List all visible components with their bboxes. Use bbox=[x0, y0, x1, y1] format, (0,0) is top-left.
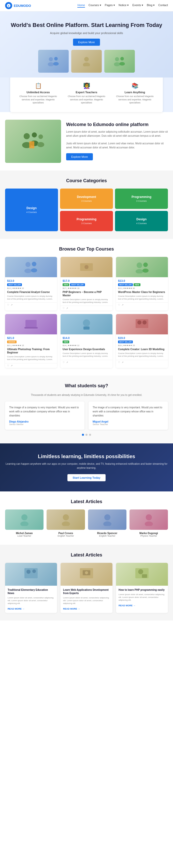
svg-point-28 bbox=[142, 269, 149, 273]
logo[interactable]: E EDUMODO bbox=[5, 2, 31, 9]
top-courses-title: Browse Our Top Courses bbox=[5, 246, 168, 252]
svg-point-42 bbox=[146, 514, 152, 520]
course-icons-0: ♡ ↗ bbox=[7, 304, 13, 306]
course-meta-0: $13 | ★★★★★ 22 bbox=[7, 287, 55, 289]
heart-icon[interactable]: ♡ bbox=[7, 304, 9, 306]
course-badge-1-0: NEW bbox=[63, 283, 69, 286]
svg-point-39 bbox=[62, 521, 70, 526]
category-programming-1[interactable]: Programming 3 Courses bbox=[115, 189, 168, 209]
blog-read-more-0[interactable]: READ MORE → bbox=[8, 608, 25, 610]
category-development[interactable]: Development 3 Courses bbox=[60, 189, 113, 209]
svg-point-37 bbox=[20, 521, 28, 526]
courses-grid: $13.0 BEST SELLER $13 | ★★★★★ 22 Complet… bbox=[5, 257, 168, 368]
testimonial-name-1: Miguel Angel bbox=[93, 420, 164, 423]
course-icons-4: ♡ ↗ bbox=[63, 361, 68, 364]
blog-read-more-2[interactable]: READ MORE → bbox=[119, 604, 136, 607]
cta-banner-button[interactable]: Start Learning Today bbox=[67, 474, 105, 481]
feature-unlimited-access: 📋 Unlimited Access Choose from our accla… bbox=[15, 80, 61, 107]
dot-2[interactable] bbox=[85, 434, 88, 436]
welcome-text: Welcome to Edumodo online platform Lorem… bbox=[66, 122, 168, 160]
course-price-3: $21.0 bbox=[7, 336, 55, 339]
share-icon[interactable]: ↗ bbox=[122, 361, 124, 364]
blog-img-0 bbox=[5, 563, 57, 586]
course-img-3 bbox=[5, 314, 57, 334]
heart-icon[interactable]: ♡ bbox=[63, 307, 65, 309]
svg-point-17 bbox=[37, 142, 44, 147]
svg-point-49 bbox=[85, 571, 88, 574]
svg-point-43 bbox=[145, 521, 153, 526]
nav-blog[interactable]: Blog ▾ bbox=[147, 4, 155, 8]
nav-pages[interactable]: Pages ▾ bbox=[105, 4, 115, 8]
dot-1[interactable] bbox=[82, 434, 84, 436]
teacher-img-1 bbox=[47, 509, 85, 530]
svg-point-36 bbox=[21, 514, 27, 520]
course-badges-2: BEST SELLER NEW bbox=[118, 283, 166, 286]
course-badge-5-0: BEST SELLER bbox=[118, 340, 133, 343]
heart-icon[interactable]: ♡ bbox=[63, 361, 65, 364]
hero-cta-button[interactable]: Explore More bbox=[73, 39, 100, 46]
course-title-3: Ultimate Photoshop Training: From Beginn… bbox=[7, 348, 55, 354]
blog-title-1: Learn Web Applications Development from … bbox=[63, 588, 110, 595]
testimonial-1: The image of a company is very important… bbox=[89, 401, 168, 430]
svg-point-10 bbox=[120, 57, 124, 60]
feature-2-title: Expert Teachers bbox=[66, 91, 107, 94]
svg-point-27 bbox=[143, 262, 148, 267]
share-icon[interactable]: ↗ bbox=[11, 304, 13, 306]
blog-read-more-1[interactable]: READ MORE → bbox=[63, 608, 80, 610]
nav-notice[interactable]: Notice ▾ bbox=[119, 4, 129, 8]
cat-count-3: 3 Courses bbox=[63, 222, 110, 225]
nav-courses[interactable]: Courses ▾ bbox=[89, 4, 101, 8]
hero-image-1 bbox=[38, 50, 69, 73]
course-icons-3: ♡ ↗ bbox=[7, 364, 13, 367]
svg-point-12 bbox=[24, 133, 30, 139]
hero-subtitle: Acquire global knowledge and build your … bbox=[5, 32, 168, 35]
testimonial-text-0: The image of a company is very important… bbox=[9, 406, 80, 418]
testimonial-dots bbox=[5, 434, 168, 436]
course-desc-4: Course Description Lorem ipsum is simply… bbox=[63, 352, 110, 358]
svg-point-5 bbox=[53, 62, 59, 66]
heart-icon[interactable]: ♡ bbox=[118, 304, 120, 306]
blog-section: Latest Articles Traditional Elementary E… bbox=[0, 545, 173, 621]
svg-point-6 bbox=[84, 57, 89, 61]
heart-icon[interactable]: ♡ bbox=[118, 361, 120, 364]
share-icon[interactable]: ↗ bbox=[122, 304, 124, 306]
testimonials-subtitle: Thousands of students are already studyi… bbox=[5, 394, 168, 396]
svg-point-46 bbox=[32, 569, 36, 573]
svg-point-22 bbox=[31, 268, 37, 272]
welcome-cta-button[interactable]: Explore More bbox=[66, 153, 93, 160]
welcome-desc2: Justo elit lorem ipsum dolor sit amet. L… bbox=[66, 142, 168, 150]
category-design-large[interactable]: Design 4 Courses bbox=[5, 189, 58, 231]
course-footer-4: ♡ ↗ bbox=[61, 360, 112, 365]
svg-rect-32 bbox=[83, 327, 90, 330]
feature-learn-anything: 📚 Learn Anything Choose from our acclaim… bbox=[112, 80, 158, 107]
heart-icon[interactable]: ♡ bbox=[7, 364, 9, 367]
teacher-img-2 bbox=[88, 509, 126, 530]
course-badge-2-1: NEW bbox=[134, 283, 140, 286]
svg-point-11 bbox=[119, 62, 125, 66]
nav-events[interactable]: Events ▾ bbox=[132, 4, 143, 8]
category-programming-2[interactable]: Programming 3 Courses bbox=[60, 211, 113, 231]
nav-contact[interactable]: Contact bbox=[158, 4, 168, 8]
svg-point-21 bbox=[32, 262, 36, 266]
feature-1-desc: Choose from our acclaimed Magento servic… bbox=[18, 95, 59, 104]
cat-name-2: Programming bbox=[118, 195, 165, 199]
blog-desc-1: Lorem ipsum dolor sit amet, consectetur … bbox=[63, 596, 110, 605]
share-icon[interactable]: ↗ bbox=[66, 307, 68, 309]
course-badges-5: BEST SELLER bbox=[118, 340, 166, 343]
svg-point-20 bbox=[24, 269, 32, 273]
course-meta-3: $21 | ★★★★★ 15 bbox=[7, 344, 55, 347]
category-design-small[interactable]: Design 4 Courses bbox=[115, 211, 168, 231]
hero-title: World's Best Online Platform. Start Lear… bbox=[5, 22, 168, 29]
dot-3[interactable] bbox=[89, 434, 91, 436]
svg-point-9 bbox=[114, 62, 120, 66]
svg-point-35 bbox=[142, 320, 147, 324]
logo-icon: E bbox=[5, 2, 12, 9]
teacher-role-1: English Teacher bbox=[47, 535, 85, 537]
nav-home[interactable]: Home bbox=[77, 4, 85, 8]
share-icon[interactable]: ↗ bbox=[66, 361, 68, 364]
svg-point-24 bbox=[84, 265, 89, 269]
share-icon[interactable]: ↗ bbox=[11, 364, 13, 367]
blog-card-1: Learn Web Applications Development from … bbox=[61, 563, 112, 613]
testimonial-0: The image of a company is very important… bbox=[5, 401, 84, 430]
course-img-2 bbox=[116, 257, 168, 277]
